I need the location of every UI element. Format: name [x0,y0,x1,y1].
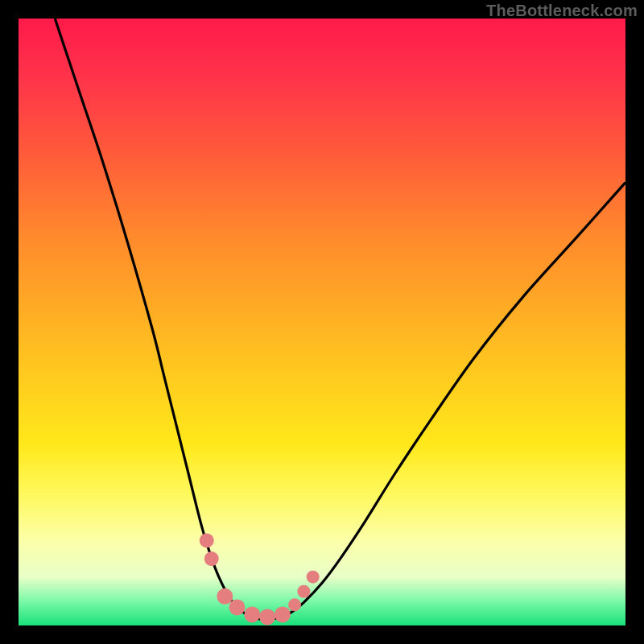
marker-bottom-d [259,609,275,625]
curve-layer [55,19,625,619]
marker-left-upper [200,533,214,547]
marker-bottom-a [217,588,233,605]
chart-svg [0,0,644,644]
marker-layer [200,533,320,625]
marker-bottom-e [275,606,291,622]
marker-left-lower [204,551,219,566]
marker-right-b [297,585,310,598]
curve-right [267,183,625,620]
curve-left [55,19,267,619]
marker-right-c [307,571,320,584]
marker-bottom-b [229,599,245,615]
marker-right-a [288,598,301,611]
watermark-text: TheBottleneck.com [486,2,638,20]
marker-bottom-c [244,606,260,622]
